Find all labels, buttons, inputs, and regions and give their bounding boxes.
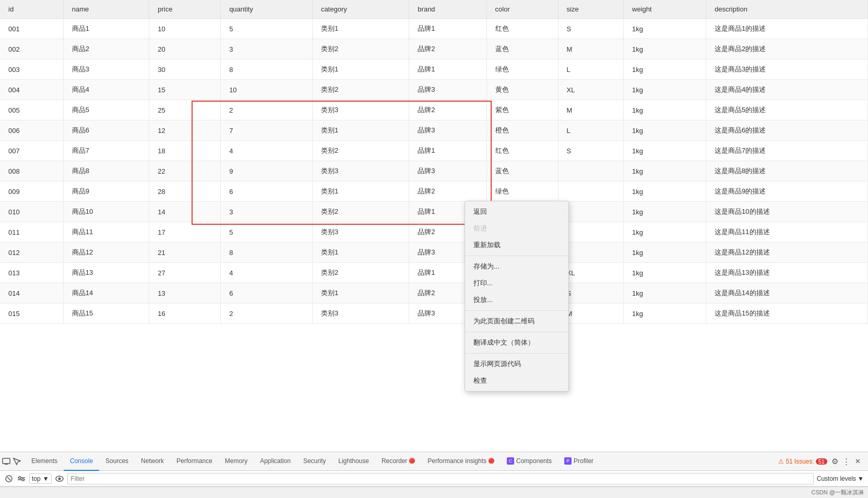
- cell-11-0: 011: [0, 222, 63, 242]
- cell-7-0: 007: [0, 141, 63, 161]
- console-filter-button[interactable]: [17, 474, 26, 483]
- table-row: 010商品10143类别2品牌1橙色1kg这是商品10的描述: [0, 202, 868, 222]
- custom-levels-dropdown[interactable]: Custom levels ▼: [817, 475, 864, 482]
- issues-label: Issues:: [794, 458, 814, 465]
- issues-badge[interactable]: ⚠ 51 Issues: 51: [778, 458, 827, 465]
- table-row: 004商品41510类别2品牌3黄色XL1kg这是商品4的描述: [0, 80, 868, 100]
- perf-insights-label: Performance insights: [427, 457, 486, 465]
- cell-4-8: 1kg: [624, 80, 706, 100]
- table-row: 012商品12218类别1品牌3红色1kg这是商品12的描述: [0, 242, 868, 263]
- context-menu-forward[interactable]: 前进: [465, 220, 568, 237]
- recorder-dot: 🔴: [409, 458, 415, 464]
- col-header-description: description: [706, 0, 868, 19]
- cell-2-1: 商品2: [63, 39, 149, 59]
- profiler-label: Profiler: [574, 457, 593, 465]
- devtools-close-button[interactable]: ✕: [853, 457, 862, 466]
- tab-security[interactable]: Security: [297, 452, 332, 471]
- context-menu-view-source[interactable]: 显示网页源代码: [465, 356, 568, 372]
- svg-point-11: [58, 477, 61, 480]
- context-menu-reload[interactable]: 重新加载: [465, 237, 568, 253]
- tab-performance-insights[interactable]: Performance insights 🔴: [421, 452, 501, 471]
- cell-4-1: 商品4: [63, 80, 149, 100]
- cell-13-1: 商品13: [63, 263, 149, 283]
- cell-15-9: 这是商品15的描述: [706, 303, 868, 324]
- devtools-device-icon[interactable]: [2, 457, 10, 466]
- context-menu-qrcode[interactable]: 为此页面创建二维码: [465, 313, 568, 330]
- console-eye-button[interactable]: [55, 474, 64, 483]
- context-menu-inspect[interactable]: 检查: [465, 372, 568, 389]
- context-menu-translate[interactable]: 翻译成中文（简体）: [465, 334, 568, 351]
- cell-8-3: 9: [221, 161, 313, 181]
- devtools-panel: Elements Console Sources Network Perform…: [0, 452, 868, 487]
- cell-12-9: 这是商品12的描述: [706, 242, 868, 263]
- tab-lighthouse[interactable]: Lighthouse: [332, 452, 375, 471]
- cell-8-7: [558, 161, 624, 181]
- cell-4-6: 黄色: [486, 80, 558, 100]
- cell-2-9: 这是商品2的描述: [706, 39, 868, 59]
- cell-6-0: 006: [0, 120, 63, 141]
- cell-2-5: 品牌2: [409, 39, 486, 59]
- cell-6-3: 7: [221, 120, 313, 141]
- table-row: 014商品14136类别1品牌2绿色S1kg这是商品14的描述: [0, 283, 868, 303]
- context-menu-back[interactable]: 返回: [465, 203, 568, 220]
- tab-components[interactable]: C Components: [501, 452, 558, 471]
- table-row: 001商品1105类别1品牌1红色S1kg这是商品1的描述: [0, 19, 868, 39]
- context-menu-divider-2: [465, 310, 568, 311]
- tab-console[interactable]: Console: [64, 452, 99, 471]
- cell-15-1: 商品15: [63, 303, 149, 324]
- tab-sources[interactable]: Sources: [99, 452, 135, 471]
- tab-network[interactable]: Network: [135, 452, 170, 471]
- cell-5-6: 紫色: [486, 100, 558, 120]
- cell-14-1: 商品14: [63, 283, 149, 303]
- tab-recorder[interactable]: Recorder 🔴: [375, 452, 421, 471]
- cell-14-9: 这是商品14的描述: [706, 283, 868, 303]
- devtools-inspect-icon[interactable]: [13, 457, 21, 466]
- console-clear-button[interactable]: [4, 474, 14, 483]
- cell-10-9: 这是商品10的描述: [706, 202, 868, 222]
- cell-13-2: 27: [149, 263, 221, 283]
- context-menu-divider-4: [465, 353, 568, 354]
- cell-9-0: 009: [0, 181, 63, 202]
- tab-profiler[interactable]: P Profiler: [558, 452, 600, 471]
- cell-15-2: 16: [149, 303, 221, 324]
- custom-levels-icon: ▼: [858, 475, 864, 482]
- table-header-row: id name price quantity category brand co…: [0, 0, 868, 19]
- context-menu-cast[interactable]: 投放...: [465, 291, 568, 308]
- cell-5-4: 类别3: [312, 100, 409, 120]
- cell-10-4: 类别2: [312, 202, 409, 222]
- tab-memory[interactable]: Memory: [219, 452, 254, 471]
- cell-2-6: 蓝色: [486, 39, 558, 59]
- cell-10-8: 1kg: [624, 202, 706, 222]
- context-menu-save[interactable]: 存储为...: [465, 258, 568, 275]
- cell-2-4: 类别2: [312, 39, 409, 59]
- cell-13-0: 013: [0, 263, 63, 283]
- cell-8-0: 008: [0, 161, 63, 181]
- console-filter-input[interactable]: [67, 473, 814, 484]
- cell-5-5: 品牌2: [409, 100, 486, 120]
- cell-2-0: 002: [0, 39, 63, 59]
- svg-rect-0: [3, 458, 10, 464]
- cell-14-8: 1kg: [624, 283, 706, 303]
- top-selector[interactable]: top ▼: [29, 473, 52, 484]
- devtools-settings-button[interactable]: ⚙: [830, 457, 839, 466]
- devtools-more-button[interactable]: ⋮: [842, 457, 850, 466]
- cell-12-0: 012: [0, 242, 63, 263]
- table-row: 006商品6127类别1品牌3橙色L1kg这是商品6的描述: [0, 120, 868, 141]
- tab-elements[interactable]: Elements: [25, 452, 64, 471]
- cell-2-3: 3: [221, 39, 313, 59]
- col-header-id: id: [0, 0, 63, 19]
- tab-application[interactable]: Application: [254, 452, 297, 471]
- cell-11-8: 1kg: [624, 222, 706, 242]
- cell-8-5: 品牌3: [409, 161, 486, 181]
- table-row: 002商品2203类别2品牌2蓝色M1kg这是商品2的描述: [0, 39, 868, 59]
- console-toolbar: top ▼ Custom levels ▼: [0, 471, 868, 487]
- context-menu-divider-1: [465, 256, 568, 256]
- cell-8-1: 商品8: [63, 161, 149, 181]
- cell-3-3: 8: [221, 59, 313, 80]
- col-header-size: size: [558, 0, 624, 19]
- cell-12-4: 类别1: [312, 242, 409, 263]
- context-menu-print[interactable]: 打印...: [465, 275, 568, 291]
- tab-performance[interactable]: Performance: [170, 452, 219, 471]
- cell-5-3: 2: [221, 100, 313, 120]
- cell-13-4: 类别2: [312, 263, 409, 283]
